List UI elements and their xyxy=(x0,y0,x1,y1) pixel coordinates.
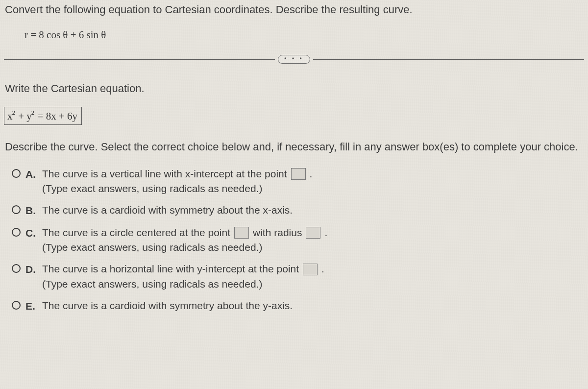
option-a-blank-1[interactable] xyxy=(291,168,306,180)
option-d-blank-1[interactable] xyxy=(303,264,318,275)
option-d-text-post: . xyxy=(321,262,324,276)
option-c-text-mid: with radius xyxy=(253,226,302,240)
divider-line-left xyxy=(4,59,275,60)
cartesian-equation-answer: x2 + y2 = 8x + 6y xyxy=(4,107,82,125)
option-e: E. The curve is a cardioid with symmetry… xyxy=(12,299,583,313)
option-b-letter: B. xyxy=(25,203,37,218)
option-d-text-pre: The curve is a horizontal line with y-in… xyxy=(42,262,299,276)
answer-plus: + xyxy=(16,110,26,122)
option-c-letter: C. xyxy=(25,226,37,240)
option-c-text-pre: The curve is a circle centered at the po… xyxy=(42,226,230,240)
radio-c[interactable] xyxy=(12,228,21,237)
option-d-letter: D. xyxy=(25,262,37,276)
option-a-letter: A. xyxy=(25,167,37,181)
option-a-text-post: . xyxy=(310,167,313,181)
option-d: D. The curve is a horizontal line with y… xyxy=(12,262,583,291)
radio-d[interactable] xyxy=(12,264,21,273)
answer-y-exp: 2 xyxy=(31,109,35,116)
option-d-sub: (Type exact answers, using radicals as n… xyxy=(42,277,583,291)
divider-line-right xyxy=(313,59,584,60)
option-e-letter: E. xyxy=(25,299,37,313)
option-c-blank-1[interactable] xyxy=(234,227,249,239)
radio-e[interactable] xyxy=(12,301,21,310)
option-c-sub: (Type exact answers, using radicals as n… xyxy=(42,241,583,254)
section-divider: • • • xyxy=(0,55,588,64)
question-title: Convert the following equation to Cartes… xyxy=(0,0,588,20)
answer-eq: = xyxy=(35,110,46,122)
answer-rhs: 8x + 6y xyxy=(46,110,77,122)
answer-x: x xyxy=(7,110,13,122)
radio-a[interactable] xyxy=(12,169,21,178)
polar-equation: r = 8 cos θ + 6 sin θ xyxy=(0,20,588,55)
option-a: A. The curve is a vertical line with x-i… xyxy=(12,167,583,196)
write-cartesian-prompt: Write the Cartesian equation. xyxy=(0,64,588,98)
option-b-text: The curve is a cardioid with symmetry ab… xyxy=(42,203,293,217)
option-c: C. The curve is a circle centered at the… xyxy=(12,226,583,255)
option-b: B. The curve is a cardioid with symmetry… xyxy=(12,203,583,218)
option-c-blank-2[interactable] xyxy=(306,227,320,239)
choices-list: A. The curve is a vertical line with x-i… xyxy=(0,156,588,326)
option-a-sub: (Type exact answers, using radicals as n… xyxy=(42,182,583,195)
radio-b[interactable] xyxy=(12,205,21,214)
more-dots-button[interactable]: • • • xyxy=(278,55,310,64)
option-c-text-post: . xyxy=(324,226,327,240)
answer-x-exp: 2 xyxy=(12,109,16,116)
option-a-text-pre: The curve is a vertical line with x-inte… xyxy=(42,167,287,181)
describe-curve-prompt: Describe the curve. Select the correct c… xyxy=(0,128,588,156)
option-e-text: The curve is a cardioid with symmetry ab… xyxy=(42,299,293,313)
